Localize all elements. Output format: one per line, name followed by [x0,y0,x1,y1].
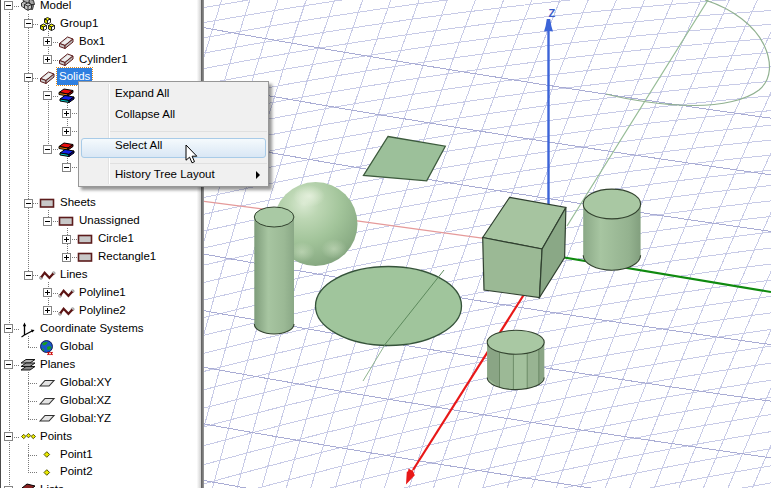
svg-text:Z: Z [549,7,556,19]
